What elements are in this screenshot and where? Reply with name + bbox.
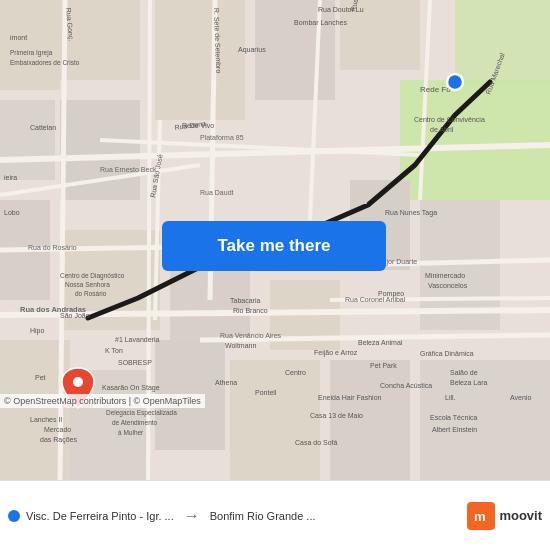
svg-text:Rua Coronel Anibal: Rua Coronel Anibal — [345, 296, 406, 303]
svg-text:Embaixadores de Cristo: Embaixadores de Cristo — [10, 59, 80, 66]
svg-text:Escola Técnica: Escola Técnica — [430, 414, 477, 421]
svg-text:Athena: Athena — [215, 379, 237, 386]
svg-text:K Ton: K Ton — [105, 347, 123, 354]
map-container: Plataforma 85 Rua Daudt Rua Ernesto Beck… — [0, 0, 550, 480]
svg-text:Lobo: Lobo — [4, 209, 20, 216]
svg-text:Bombar Lanches: Bombar Lanches — [294, 19, 347, 26]
svg-point-108 — [447, 74, 463, 90]
svg-text:Beleza Animal: Beleza Animal — [358, 339, 403, 346]
svg-text:Casa do Sofá: Casa do Sofá — [295, 439, 338, 446]
svg-text:Eneida Hair Fashion: Eneida Hair Fashion — [318, 394, 382, 401]
svg-text:do Rosário: do Rosário — [75, 290, 107, 297]
svg-text:Vasconcelos: Vasconcelos — [428, 282, 468, 289]
svg-text:Feijão e Arroz: Feijão e Arroz — [314, 349, 358, 357]
svg-text:Tabacaria: Tabacaria — [230, 297, 260, 304]
moovit-text: moovit — [499, 508, 542, 523]
svg-text:Primeira Igreja: Primeira Igreja — [10, 49, 53, 57]
svg-text:Pompeo: Pompeo — [378, 290, 404, 298]
svg-text:Rio Branco: Rio Branco — [233, 307, 268, 314]
svg-text:#1 Lavanderia: #1 Lavanderia — [115, 336, 159, 343]
svg-rect-10 — [330, 360, 410, 480]
svg-text:Aquarius: Aquarius — [238, 46, 266, 54]
svg-line-29 — [148, 0, 150, 480]
svg-text:Centro de Diagnóstico: Centro de Diagnóstico — [60, 272, 125, 280]
svg-text:Hipo: Hipo — [30, 327, 45, 335]
svg-text:Minimercado: Minimercado — [425, 272, 465, 279]
svg-text:à Mulher: à Mulher — [118, 429, 144, 436]
take-me-there-button[interactable]: Take me there — [162, 221, 386, 271]
svg-rect-4 — [0, 100, 55, 180]
svg-text:Salão de: Salão de — [450, 369, 478, 376]
moovit-icon: m — [467, 502, 495, 530]
svg-text:m: m — [474, 509, 486, 524]
svg-text:Pet Park: Pet Park — [370, 362, 397, 369]
map-attribution: © OpenStreetMap contributors | © OpenMap… — [0, 394, 205, 408]
svg-text:de Abril: de Abril — [430, 126, 454, 133]
svg-text:Cattelan: Cattelan — [30, 124, 56, 131]
svg-text:Rua Venâncio Aires: Rua Venâncio Aires — [220, 332, 282, 339]
svg-text:Gráfica Dinâmica: Gráfica Dinâmica — [420, 350, 474, 357]
svg-text:Rua Ernesto Beck: Rua Ernesto Beck — [100, 166, 157, 173]
svg-rect-3 — [0, 0, 60, 90]
svg-text:Beleza Lara: Beleza Lara — [450, 379, 487, 386]
svg-text:Lanches II: Lanches II — [30, 416, 62, 423]
svg-text:São João: São João — [60, 312, 90, 319]
svg-text:de Atendimento: de Atendimento — [112, 419, 158, 426]
svg-rect-20 — [255, 0, 335, 100]
route-info: Visc. De Ferreira Pinto - Igr. ... → Bon… — [8, 507, 467, 525]
svg-text:Rua do Rosário: Rua do Rosário — [28, 244, 77, 251]
route-arrow: → — [180, 507, 204, 525]
svg-text:das Rações: das Rações — [40, 436, 77, 444]
svg-text:Rede Fo: Rede Fo — [420, 85, 451, 94]
svg-text:Rede Vivo: Rede Vivo — [182, 122, 214, 129]
svg-text:Delegacia Especializada: Delegacia Especializada — [106, 409, 177, 417]
svg-text:Avenio: Avenio — [510, 394, 531, 401]
svg-rect-19 — [155, 0, 245, 120]
svg-text:Lill.: Lill. — [445, 394, 456, 401]
svg-text:Kasarão On Stage: Kasarão On Stage — [102, 384, 160, 392]
svg-text:Pontell: Pontell — [255, 389, 277, 396]
svg-text:Plataforma 85: Plataforma 85 — [200, 134, 244, 141]
svg-text:Rua Daudt: Rua Daudt — [200, 189, 234, 196]
moovit-logo: m moovit — [467, 502, 542, 530]
svg-point-110 — [73, 377, 83, 387]
svg-rect-9 — [230, 360, 320, 480]
svg-text:ieira: ieira — [4, 174, 17, 181]
origin-label: Visc. De Ferreira Pinto - Igr. ... — [26, 510, 174, 522]
origin-indicator — [8, 510, 20, 522]
svg-text:Rua Nunes Taga: Rua Nunes Taga — [385, 209, 437, 217]
svg-text:SOBRESP: SOBRESP — [118, 359, 152, 366]
svg-text:imont: imont — [10, 34, 27, 41]
svg-text:Albert Einstein: Albert Einstein — [432, 426, 477, 433]
bottom-bar: Visc. De Ferreira Pinto - Igr. ... → Bon… — [0, 480, 550, 550]
svg-text:Concha Acústica: Concha Acústica — [380, 382, 432, 389]
svg-text:Casa 13 de Maio: Casa 13 de Maio — [310, 412, 363, 419]
svg-text:Mercado: Mercado — [44, 426, 71, 433]
svg-text:Centro de Convivência: Centro de Convivência — [414, 116, 485, 123]
svg-text:Pet: Pet — [35, 374, 46, 381]
destination-label: Bonfim Rio Grande ... — [210, 510, 316, 522]
svg-rect-2 — [455, 0, 550, 85]
svg-text:Nossa Senhora: Nossa Senhora — [65, 281, 110, 288]
svg-text:Centro: Centro — [285, 369, 306, 376]
svg-text:Woltmann: Woltmann — [225, 342, 256, 349]
